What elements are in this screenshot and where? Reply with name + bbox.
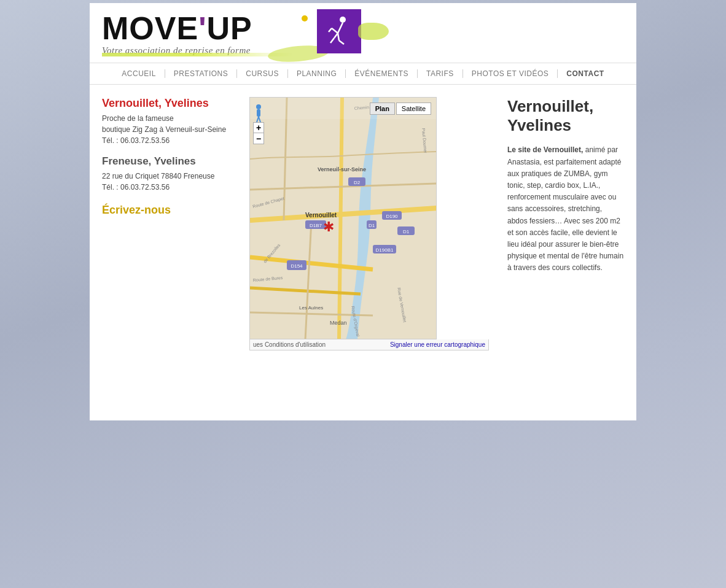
sidebar: Vernouillet, Yvelines Proche de la fameu… [102, 97, 237, 350]
svg-line-1 [338, 23, 343, 33]
location1-title: Vernouillet, Yvelines [102, 97, 237, 110]
nav-contact[interactable]: CONTACT [558, 69, 612, 78]
svg-rect-37 [257, 109, 260, 117]
svg-text:D2: D2 [354, 180, 361, 185]
svg-line-2 [332, 28, 338, 33]
logo-area: MOVE'UP Votre association de reprise en … [102, 12, 624, 63]
nav-tarifs[interactable]: TARIFS [418, 69, 463, 78]
green-splash-right [358, 23, 389, 40]
info-panel: Vernouillet, Yvelines Le site de Vernoui… [501, 97, 624, 350]
map-zoom-controls: + − [253, 122, 264, 144]
logo-purple-box [317, 9, 361, 53]
svg-text:Verneuil-sur-Seine: Verneuil-sur-Seine [318, 166, 366, 172]
zoom-in-button[interactable]: + [253, 122, 264, 133]
svg-text:✱: ✱ [323, 219, 334, 234]
svg-text:D154: D154 [291, 263, 303, 269]
map-plan-button[interactable]: Plan [370, 103, 395, 115]
info-bold-intro: Le site de Vernouillet, [507, 145, 583, 154]
info-panel-description: Le site de Vernouillet, animé par Anasta… [507, 144, 624, 274]
location2-title: Freneuse, Yvelines [102, 155, 237, 168]
nav-photos-videos[interactable]: PHOTOS ET VIDÉOS [463, 69, 558, 78]
map-footer-left: ues Conditions d'utilisation [253, 341, 326, 348]
map-svg: D154 D2 D190 D1 D190B1 [250, 98, 437, 339]
svg-text:D1: D1 [369, 223, 375, 228]
logo-apostrophe: ' [198, 10, 206, 46]
svg-line-5 [339, 41, 344, 44]
svg-text:D190B1: D190B1 [376, 247, 394, 253]
svg-text:D1: D1 [403, 229, 410, 234]
logo-underline-splash [102, 53, 292, 56]
nav-prestations[interactable]: PRESTATIONS [165, 69, 237, 78]
info-panel-title: Vernouillet, Yvelines [507, 97, 624, 135]
map-view-controls: Plan Satellite [370, 103, 431, 115]
svg-text:D1B7: D1B7 [310, 223, 322, 228]
zoom-out-button[interactable]: − [253, 133, 264, 144]
yellow-dot-decoration [302, 15, 308, 21]
map-footer-right[interactable]: Signaler une erreur cartographique [390, 341, 485, 348]
svg-line-39 [259, 117, 260, 122]
svg-line-4 [338, 33, 339, 41]
pegman-icon [253, 104, 264, 123]
svg-line-7 [330, 38, 334, 43]
location2-desc: 22 rue du Criquet 78840 Freneuse Tél. : … [102, 171, 237, 193]
svg-text:D190: D190 [386, 214, 398, 219]
svg-line-6 [334, 33, 338, 38]
nav-planning[interactable]: PLANNING [288, 69, 346, 78]
logo-text-block: MOVE'UP Votre association de reprise en … [102, 12, 292, 56]
svg-text:Medan: Medan [330, 320, 347, 326]
svg-line-3 [329, 28, 332, 32]
logo-wordmark: MOVE'UP [102, 12, 292, 44]
navigation: ACCUEIL PRESTATIONS CURSUS PLANNING ÉVÉN… [90, 63, 636, 85]
map-satellite-button[interactable]: Satellite [396, 103, 431, 115]
svg-point-36 [256, 104, 261, 109]
main-container: MOVE'UP Votre association de reprise en … [90, 3, 636, 420]
nav-accueil[interactable]: ACCUEIL [113, 69, 165, 78]
map-visual[interactable]: D154 D2 D190 D1 D190B1 [249, 97, 437, 339]
main-content: Vernouillet, Yvelines Proche de la fameu… [90, 85, 636, 363]
svg-text:Vernouillet: Vernouillet [305, 212, 337, 219]
map-footer: ues Conditions d'utilisation Signaler un… [249, 339, 489, 350]
svg-text:Les Aulnes: Les Aulnes [299, 305, 323, 311]
map-pegman[interactable] [253, 104, 264, 123]
map-container: D154 D2 D190 D1 D190B1 [249, 97, 489, 350]
location1-desc: Proche de la fameuse boutique Zig Zag à … [102, 113, 237, 146]
write-us-link[interactable]: Écrivez-nous [102, 204, 237, 217]
svg-point-0 [340, 17, 346, 23]
nav-cursus[interactable]: CURSUS [237, 69, 288, 78]
nav-evenements[interactable]: ÉVÉNEMENTS [346, 69, 418, 78]
header: MOVE'UP Votre association de reprise en … [90, 3, 636, 63]
runner-icon [326, 15, 353, 48]
